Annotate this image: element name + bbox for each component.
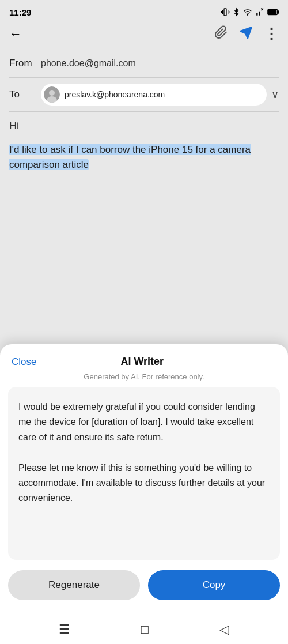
email-form: From phone.doe@gmail.com To preslav.k@ph…	[0, 50, 288, 179]
wifi-icon	[243, 8, 252, 16]
toolbar-right: ⋮	[214, 25, 279, 43]
ai-content-card: I would be extremely grateful if you cou…	[8, 387, 280, 560]
send-icon[interactable]	[238, 26, 253, 42]
copy-button[interactable]: Copy	[148, 570, 280, 600]
more-options-icon[interactable]: ⋮	[264, 27, 279, 42]
to-row: To preslav.k@phonearena.com ∨	[9, 78, 279, 112]
vibrate-icon	[221, 7, 230, 17]
home-icon[interactable]: □	[141, 622, 149, 637]
ai-actions: Regenerate Copy	[0, 560, 288, 609]
bottom-nav: ☰ □ ◁	[0, 615, 288, 644]
ai-content-text-2: Please let me know if this is something …	[18, 461, 270, 506]
from-value: phone.doe@gmail.com	[41, 58, 279, 69]
ai-close-button[interactable]: Close	[12, 356, 36, 368]
regenerate-button[interactable]: Regenerate	[8, 570, 140, 600]
body-highlighted-text: I'd like to ask if I can borrow the iPho…	[9, 144, 251, 170]
svg-rect-0	[224, 9, 226, 16]
body-area[interactable]: I'd like to ask if I can borrow the iPho…	[9, 137, 279, 179]
to-label: To	[9, 89, 41, 100]
recipient-chip[interactable]: preslav.k@phonearena.com	[41, 84, 267, 106]
subject-text: Hi	[9, 120, 19, 131]
ai-sheet-header: Close AI Writer	[0, 344, 288, 372]
ai-subtitle: Generated by AI. For reference only.	[0, 372, 288, 387]
chevron-down-icon[interactable]: ∨	[271, 88, 279, 101]
ai-content-text: I would be extremely grateful if you cou…	[18, 396, 270, 445]
toolbar: ← ⋮	[0, 23, 288, 50]
svg-rect-7	[278, 11, 279, 14]
svg-rect-2	[256, 13, 257, 16]
svg-rect-3	[259, 12, 260, 16]
status-time: 11:29	[9, 7, 31, 17]
svg-point-1	[247, 14, 248, 15]
subject-row: Hi	[9, 112, 279, 137]
toolbar-left: ←	[9, 27, 22, 42]
signal-x-icon	[255, 8, 264, 16]
svg-rect-8	[268, 10, 276, 14]
from-row: From phone.doe@gmail.com	[9, 50, 279, 78]
menu-icon[interactable]: ☰	[59, 622, 70, 637]
from-label: From	[9, 58, 41, 69]
status-bar: 11:29	[0, 0, 288, 23]
avatar	[44, 86, 60, 103]
status-icons	[221, 7, 279, 17]
svg-marker-9	[240, 27, 252, 39]
recipient-email: preslav.k@phonearena.com	[65, 90, 165, 99]
ai-writer-title: AI Writer	[120, 356, 164, 368]
svg-point-11	[49, 90, 55, 96]
ai-writer-sheet: Close AI Writer Generated by AI. For ref…	[0, 344, 288, 644]
back-nav-icon[interactable]: ◁	[219, 622, 229, 637]
bluetooth-icon	[233, 7, 240, 17]
attach-icon[interactable]	[214, 25, 228, 43]
back-button[interactable]: ←	[9, 27, 22, 42]
battery-icon	[267, 9, 279, 16]
